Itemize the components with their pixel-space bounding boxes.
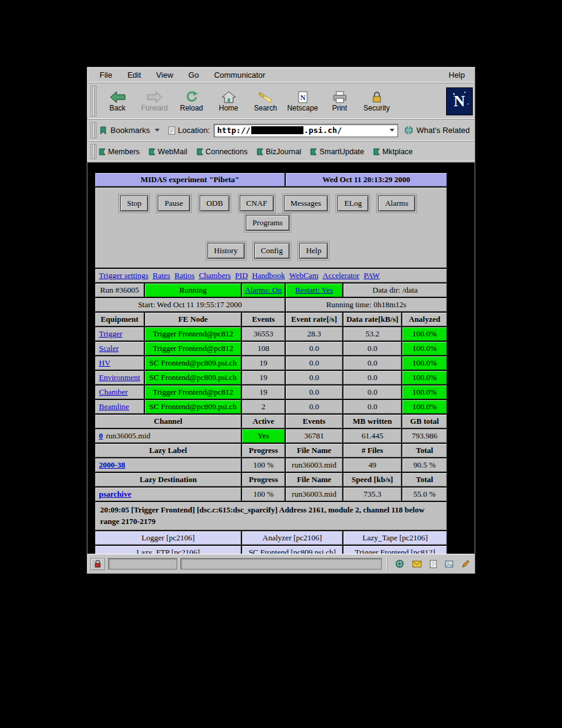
search-icon: [259, 90, 273, 103]
search-button[interactable]: Search: [247, 84, 284, 118]
personal-item-smartupdate[interactable]: SmartUpdate: [310, 148, 364, 156]
personal-toolbar-grip[interactable]: [90, 144, 96, 159]
netscape-label: Netscape: [287, 104, 318, 112]
lazy-num-files-cell: 49: [343, 458, 402, 472]
dest-total-header: Total: [402, 472, 447, 487]
reload-button[interactable]: Reload: [173, 84, 210, 118]
analyzed-cell: 100.0%: [402, 356, 447, 370]
events-cell: 19: [242, 356, 285, 370]
personal-item-webmail[interactable]: WebMail: [149, 148, 187, 156]
dest-file-cell: run36003.mid: [285, 487, 343, 502]
equipment-link-scaler[interactable]: Scaler: [99, 344, 118, 353]
url-history-caret-icon[interactable]: [390, 129, 394, 132]
nav-link-pid[interactable]: PID: [235, 271, 248, 281]
menu-help[interactable]: Help: [449, 70, 465, 80]
nav-link-ratios[interactable]: Ratios: [174, 271, 194, 281]
lock-icon: [94, 560, 101, 568]
addressbook-component-button[interactable]: [445, 560, 453, 568]
menu-bar: File Edit View Go Communicator Help: [87, 67, 475, 83]
analyzed-header: Analyzed: [402, 312, 447, 327]
nav-link-trigger-settings[interactable]: Trigger settings: [99, 271, 149, 281]
personal-item-bizjournal[interactable]: BizJournal: [257, 148, 301, 156]
menu-edit[interactable]: Edit: [127, 70, 141, 80]
menu-file[interactable]: File: [100, 70, 112, 80]
odb-button[interactable]: ODB: [200, 196, 229, 211]
channel-link[interactable]: 0: [99, 431, 103, 441]
bookmarks-button[interactable]: Bookmarks: [99, 126, 160, 135]
whats-related-button[interactable]: What's Related: [404, 126, 470, 135]
nav-link-paw[interactable]: PAW: [364, 271, 380, 281]
stop-button[interactable]: Stop: [120, 196, 148, 211]
nav-link-webcam[interactable]: WebCam: [289, 271, 318, 281]
alarms-link[interactable]: Alarms: On: [245, 285, 282, 295]
psarchive-link[interactable]: psarchive: [99, 489, 131, 499]
location-bar-grip[interactable]: [90, 122, 96, 138]
cnaf-button[interactable]: CNAF: [240, 196, 274, 211]
toolbar-grip[interactable]: [90, 86, 96, 117]
newsgroups-component-button[interactable]: [430, 560, 437, 568]
personal-item-members[interactable]: Members: [99, 148, 140, 156]
reload-label: Reload: [180, 104, 203, 112]
config-button[interactable]: Config: [254, 243, 289, 259]
forward-label: Forward: [141, 104, 168, 112]
nav-link-chambers[interactable]: Chambers: [199, 271, 231, 281]
analyzed-cell: 100.0%: [402, 385, 447, 400]
equipment-link-trigger[interactable]: Trigger: [99, 329, 123, 339]
data-rate-cell: 0.0: [343, 400, 402, 414]
nav-links-row: Trigger settings Rates Ratios Chambers P…: [95, 268, 447, 283]
connections-icon: [197, 148, 203, 155]
running-time: Running time: 0h18m12s: [285, 298, 447, 312]
browser-window: File Edit View Go Communicator Help Back…: [87, 67, 475, 574]
gb-total-header: GB total: [402, 414, 447, 429]
file-name-header: File Name: [285, 443, 343, 458]
security-button[interactable]: Security: [358, 84, 395, 118]
page-proxy-icon[interactable]: [168, 126, 175, 135]
composer-component-button[interactable]: [461, 560, 470, 568]
forward-button[interactable]: Forward: [136, 84, 173, 118]
equipment-link-beamline[interactable]: Beamline: [99, 402, 129, 412]
messages-button[interactable]: Messages: [284, 196, 328, 211]
my-netscape-button[interactable]: N Netscape: [284, 84, 321, 118]
pause-button[interactable]: Pause: [158, 196, 189, 211]
reload-icon: [185, 90, 198, 103]
security-icon: [371, 90, 383, 103]
personal-item-connections[interactable]: Connections: [197, 148, 248, 156]
lazy-label-link[interactable]: 2000-38: [99, 460, 125, 470]
menu-view[interactable]: View: [156, 70, 173, 80]
channel-file-name: run36005.mid: [106, 431, 151, 441]
programs-button[interactable]: Programs: [246, 215, 289, 231]
mailbox-component-button[interactable]: [412, 560, 422, 568]
menu-communicator[interactable]: Communicator: [214, 70, 266, 80]
url-input[interactable]: http:// .psi.ch/: [214, 124, 398, 137]
bookmarks-caret-icon: [155, 129, 160, 132]
personal-item-label: Connections: [206, 148, 248, 156]
navigator-component-button[interactable]: [395, 559, 404, 568]
fe-node-cell: Trigger Frontend@pc812: [144, 327, 242, 341]
equipment-link-hv[interactable]: HV: [99, 358, 110, 368]
equipment-link-chamber[interactable]: Chamber: [99, 387, 128, 397]
home-button[interactable]: Home: [210, 84, 247, 118]
netscape-logo[interactable]: N: [446, 87, 473, 115]
back-button[interactable]: Back: [99, 84, 136, 118]
alarms-button[interactable]: Alarms: [378, 196, 415, 211]
url-redaction: [251, 126, 303, 134]
netscape-logo-letter: N: [454, 92, 466, 111]
menu-go[interactable]: Go: [188, 70, 198, 80]
nav-link-rates[interactable]: Rates: [153, 271, 171, 281]
elog-button[interactable]: ELog: [337, 196, 368, 211]
nav-link-accelerator[interactable]: Accelerator: [323, 271, 360, 281]
print-label: Print: [332, 104, 347, 112]
history-button[interactable]: History: [208, 243, 245, 259]
picture-icon: [445, 560, 453, 568]
equipment-cell: Scaler: [95, 341, 144, 356]
restart-link[interactable]: Restart: Yes: [295, 285, 333, 295]
help-button[interactable]: Help: [299, 243, 328, 259]
personal-item-mktplace[interactable]: Mktplace: [373, 148, 413, 156]
security-status-button[interactable]: [90, 558, 105, 570]
browser-viewport: MIDAS experiment "Pibeta" Wed Oct 11 20:…: [87, 162, 475, 554]
print-button[interactable]: Print: [321, 84, 358, 118]
equipment-link-environment[interactable]: Environment: [99, 373, 140, 383]
program-sc-frontend: SC Frontend [pc809.psi.ch]: [242, 545, 343, 554]
nav-link-handbook[interactable]: Handbook: [252, 271, 285, 281]
data-rate-cell: 0.0: [343, 370, 402, 385]
